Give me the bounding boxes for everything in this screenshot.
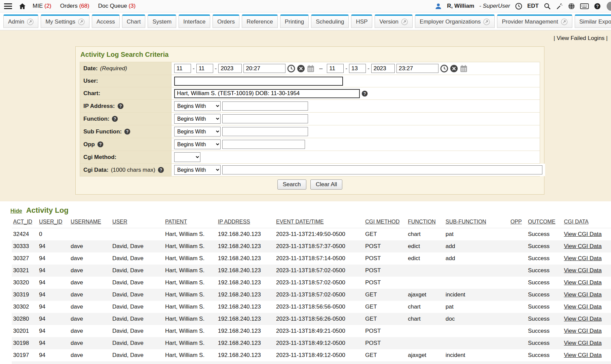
date-from-month-input[interactable] (174, 64, 191, 73)
ip-address-input[interactable] (222, 102, 308, 111)
sort-link[interactable]: FUNCTION (408, 219, 436, 225)
view-cgi-data-link[interactable]: View CGI Data (564, 231, 602, 237)
opp-input[interactable] (222, 140, 305, 149)
sort-link[interactable]: SUB-FUNCTION (446, 219, 486, 225)
tab-reference[interactable]: Reference (242, 14, 277, 28)
sort-link[interactable]: USER_ID (39, 219, 62, 225)
keyboard-icon[interactable] (580, 3, 589, 10)
cell-act_id: 32424 (12, 228, 38, 241)
tab-provider-management[interactable]: Provider Management (497, 14, 572, 28)
tab-system[interactable]: System (148, 14, 176, 28)
cell-user_id: 94 (38, 361, 69, 364)
table-row: 3028094daveDavid, DaveHart, William S.19… (12, 313, 611, 325)
time-picker-icon[interactable] (440, 65, 448, 73)
tab-employer-organizations[interactable]: Employer Organizations (415, 14, 495, 28)
clear-date-icon[interactable] (297, 65, 305, 73)
view-cgi-data-link[interactable]: View CGI Data (564, 255, 602, 261)
sort-link[interactable]: PATIENT (165, 219, 187, 225)
cell-username: dave (69, 277, 111, 289)
sub-function-input[interactable] (222, 127, 308, 136)
orders-count-badge: (68) (79, 3, 89, 9)
chart-input[interactable] (174, 89, 360, 98)
tab-my-settings[interactable]: My Settings (41, 14, 89, 28)
tab-hsp[interactable]: HSP (351, 14, 372, 28)
user-icon[interactable] (435, 3, 442, 10)
cell-cgi-data: View CGI Data (563, 349, 611, 361)
sort-link[interactable]: OUTCOME (528, 219, 556, 225)
sort-link[interactable]: OPP (510, 219, 522, 225)
clock-icon[interactable] (515, 3, 522, 10)
view-cgi-data-link[interactable]: View CGI Data (564, 352, 602, 358)
search-icon[interactable] (544, 3, 551, 10)
cgi-data-help-icon[interactable]: ? (158, 167, 164, 173)
calendar-icon[interactable] (460, 65, 468, 73)
function-help-icon[interactable]: ? (112, 116, 118, 122)
cell-cgi-data: View CGI Data (563, 252, 611, 265)
view-cgi-data-link[interactable]: View CGI Data (564, 316, 602, 322)
chart-help-icon[interactable]: ? (361, 90, 368, 97)
view-cgi-data-link[interactable]: View CGI Data (564, 243, 602, 249)
tab-similar-exposu[interactable]: Similar Exposu (575, 14, 611, 28)
tab-version[interactable]: Version (375, 14, 413, 28)
tab-interface[interactable]: Interface (179, 14, 210, 28)
cgi-data-match-select[interactable]: Begins With (174, 165, 221, 175)
sub-function-help-icon[interactable]: ? (124, 128, 130, 135)
cgi-method-select[interactable] (174, 152, 200, 162)
tab-admin[interactable]: Admin (3, 14, 38, 28)
date-to-year-input[interactable] (371, 64, 395, 73)
cgi-data-input[interactable] (222, 165, 542, 174)
date-from-year-input[interactable] (218, 64, 242, 73)
date-required-note: (Required) (100, 65, 127, 72)
sort-link[interactable]: EVENT DATE/TIME (276, 219, 324, 225)
menu-item-orders[interactable]: Orders (68) (60, 3, 89, 9)
tab-chart[interactable]: Chart (122, 14, 146, 28)
function-match-select[interactable]: Begins With (174, 114, 221, 124)
wand-icon[interactable] (556, 3, 563, 10)
tab-scheduling[interactable]: Scheduling (311, 14, 349, 28)
sort-link[interactable]: CGI DATA (564, 219, 588, 225)
tab-label: Scheduling (316, 18, 344, 25)
time-from-input[interactable] (243, 64, 285, 73)
clear-date-icon[interactable] (450, 65, 458, 73)
view-cgi-data-link[interactable]: View CGI Data (564, 267, 602, 274)
menu-icon[interactable] (4, 3, 12, 9)
sort-link[interactable]: USERNAME (71, 219, 101, 225)
sort-link[interactable]: IP ADDRESS (218, 219, 250, 225)
view-cgi-data-link[interactable]: View CGI Data (564, 304, 602, 310)
menu-item-mie[interactable]: MIE (2) (33, 3, 51, 9)
time-picker-icon[interactable] (287, 65, 295, 73)
tab-access[interactable]: Access (92, 14, 120, 28)
calendar-icon[interactable] (307, 65, 315, 73)
opp-match-select[interactable]: Begins With (174, 139, 221, 149)
sort-link[interactable]: ACT_ID (13, 219, 32, 225)
function-input[interactable] (222, 114, 308, 123)
tab-orders[interactable]: Orders (213, 14, 239, 28)
cell-method: GET (364, 301, 407, 313)
date-to-month-input[interactable] (327, 64, 344, 73)
search-button[interactable]: Search (277, 179, 306, 190)
cell-event: 2023-11-13T18:57:14-0500 (275, 252, 364, 265)
help-icon[interactable]: ? (594, 3, 601, 10)
hide-link[interactable]: Hide (10, 208, 22, 214)
menu-item-doc-queue[interactable]: Doc Queue (3) (98, 3, 136, 9)
home-icon[interactable] (19, 3, 26, 10)
ip-help-icon[interactable]: ? (117, 103, 124, 109)
sort-link[interactable]: USER (112, 219, 127, 225)
date-to-day-input[interactable] (349, 64, 366, 73)
opp-help-icon[interactable]: ? (97, 141, 104, 148)
view-cgi-data-link[interactable]: View CGI Data (564, 279, 602, 286)
avatar[interactable] (607, 2, 611, 11)
ip-match-select[interactable]: Begins With (174, 101, 221, 111)
sort-link[interactable]: CGI METHOD (365, 219, 399, 225)
view-cgi-data-link[interactable]: View CGI Data (564, 340, 602, 346)
globe-icon[interactable] (568, 3, 575, 10)
view-failed-logins-link[interactable]: View Failed Logins (557, 35, 604, 41)
time-to-input[interactable] (396, 64, 438, 73)
tab-printing[interactable]: Printing (280, 14, 309, 28)
date-from-day-input[interactable] (196, 64, 213, 73)
user-input[interactable] (174, 77, 343, 86)
sub-function-match-select[interactable]: Begins With (174, 127, 221, 136)
view-cgi-data-link[interactable]: View CGI Data (564, 291, 602, 298)
view-cgi-data-link[interactable]: View CGI Data (564, 328, 602, 334)
clear-all-button[interactable]: Clear All (310, 179, 342, 190)
